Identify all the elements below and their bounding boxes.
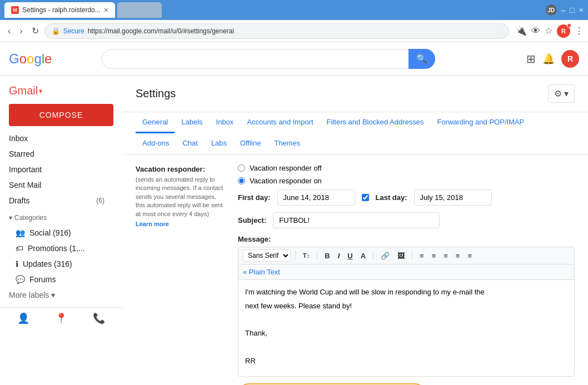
date-row: First day: Last day: [238, 189, 575, 206]
user-avatar-nav[interactable]: R [557, 24, 570, 38]
last-day-checkbox[interactable] [362, 194, 369, 201]
sidebar-item-forums-label: Forums [29, 275, 56, 284]
message-label: Message: [238, 235, 575, 243]
sidebar-item-important[interactable]: Important [0, 162, 113, 177]
settings-title: Settings [136, 87, 176, 100]
last-day-label: Last day: [376, 193, 407, 202]
align-button[interactable]: ≡ [417, 250, 427, 262]
text-size-button[interactable]: T↕ [300, 251, 312, 261]
person-icon[interactable]: 👤 [17, 312, 29, 324]
lock-icon: 🔒 [52, 27, 60, 35]
browser-tab[interactable]: M Settings - ralph.roisterdo... × [4, 2, 115, 18]
font-family-select[interactable]: Sans Serif [243, 249, 291, 262]
tab-offline[interactable]: Offline [233, 133, 267, 154]
vacation-responder-description: (sends an automated reply to incoming me… [136, 176, 225, 218]
title-bar: M Settings - ralph.roisterdo... × JD – □… [0, 0, 588, 20]
title-bar-left: M Settings - ralph.roisterdo... × [4, 2, 162, 18]
sidebar-item-inbox[interactable]: Inbox [0, 131, 113, 146]
tab-general[interactable]: General [136, 112, 175, 133]
link-button[interactable]: 🔗 [378, 250, 392, 262]
sidebar-item-sent[interactable]: Sent Mail [0, 177, 113, 193]
sidebar-item-forums[interactable]: 💬 Forums [0, 272, 122, 287]
sidebar-item-drafts[interactable]: Drafts (6) [0, 193, 113, 208]
vacation-responder-control: Vacation responder off Vacation responde… [238, 164, 575, 385]
tab-placeholder[interactable] [117, 2, 162, 18]
tab-filters-blocked[interactable]: Filters and Blocked Addresses [320, 112, 431, 133]
sidebar-item-social[interactable]: 👥 Social (916) [0, 225, 122, 241]
search-button[interactable]: 🔍 [408, 49, 435, 69]
vacation-on-radio[interactable] [238, 177, 245, 184]
close-button[interactable]: × [579, 6, 584, 14]
maximize-button[interactable]: □ [570, 6, 574, 14]
learn-more-link[interactable]: Learn more [136, 221, 225, 227]
phone-icon[interactable]: 📞 [93, 312, 105, 324]
apps-grid-icon[interactable]: ⊞ [526, 52, 536, 66]
settings-gear-button[interactable]: ⚙ ▾ [548, 84, 575, 103]
notification-dot [567, 23, 571, 28]
unordered-list-button[interactable]: ≡ [441, 250, 451, 262]
vacation-on-option: Vacation responder on [238, 177, 575, 185]
user-avatar[interactable]: R [561, 50, 579, 68]
back-button[interactable]: ‹ [4, 24, 14, 38]
tab-labs[interactable]: Labs [205, 133, 233, 154]
sidebar-item-promotions-label: Promotions (1,... [28, 244, 85, 253]
sidebar-item-updates-label: Updates (316) [23, 259, 72, 268]
tab-inbox[interactable]: Inbox [210, 112, 241, 133]
tab-accounts-import[interactable]: Accounts and Import [240, 112, 320, 133]
plain-text-link[interactable]: « Plain Text [243, 267, 570, 277]
categories-label: Categories [14, 214, 47, 222]
vacation-off-radio[interactable] [238, 164, 245, 172]
minimize-button[interactable]: – [561, 6, 566, 14]
browser-window: M Settings - ralph.roisterdo... × JD – □… [0, 0, 588, 42]
search-input[interactable] [102, 49, 408, 69]
outdent-button[interactable]: ≡ [465, 250, 475, 262]
extensions-icon[interactable]: 🔌 [516, 26, 527, 36]
refresh-button[interactable]: ↻ [28, 23, 42, 38]
location-icon[interactable]: 📍 [55, 312, 67, 324]
underline-button[interactable]: U [345, 250, 355, 262]
tab-chat[interactable]: Chat [176, 133, 204, 154]
message-line-1: I'm watching the World Cup and will be s… [245, 287, 567, 298]
sidebar-item-promotions[interactable]: 🏷 Promotions (1,... [0, 241, 122, 256]
text-color-button[interactable]: A [358, 250, 368, 262]
tab-forwarding-pop[interactable]: Forwarding and POP/IMAP [430, 112, 531, 133]
indent-button[interactable]: ≡ [453, 250, 463, 262]
tab-themes[interactable]: Themes [267, 133, 307, 154]
eye-icon[interactable]: 👁 [531, 26, 540, 36]
compose-button[interactable]: COMPOSE [9, 104, 113, 126]
secure-label: Secure [63, 27, 84, 35]
more-labels[interactable]: More labels ▾ [0, 287, 122, 303]
image-button[interactable]: 🖼 [395, 250, 407, 262]
star-icon[interactable]: ☆ [545, 26, 552, 36]
sidebar-item-starred[interactable]: Starred [0, 146, 113, 162]
tab-close-button[interactable]: × [104, 6, 108, 14]
forward-button[interactable]: › [16, 24, 26, 38]
first-day-input[interactable] [277, 189, 355, 206]
subject-input[interactable] [273, 212, 440, 228]
gmail-dropdown-arrow[interactable]: ▾ [39, 87, 42, 95]
categories-header[interactable]: ▾ Categories [0, 211, 122, 225]
vacation-responder-row: Vacation responder: (sends an automated … [136, 164, 575, 385]
gmail-label-container: Gmail ▾ [0, 80, 122, 99]
notifications-bell-icon[interactable]: 🔔 [542, 53, 555, 65]
tab-addons[interactable]: Add-ons [136, 133, 176, 154]
url-bar[interactable]: 🔒 Secure https://mail.google.com/mail/u/… [44, 23, 509, 39]
sidebar-item-updates[interactable]: ℹ Updates (316) [0, 256, 122, 272]
plain-text-link-container: « Plain Text [238, 264, 575, 280]
last-day-input[interactable] [414, 189, 492, 206]
menu-icon[interactable]: ⋮ [575, 26, 584, 36]
subject-label: Subject: [238, 216, 266, 224]
settings-tabs: General Labels Inbox Accounts and Import… [122, 112, 588, 155]
italic-button[interactable]: I [335, 250, 343, 262]
tab-labels[interactable]: Labels [175, 112, 209, 133]
promotions-icon: 🏷 [16, 244, 23, 253]
url-text: https://mail.google.com/mail/u/0/#settin… [88, 27, 502, 35]
sidebar-item-inbox-label: Inbox [9, 134, 28, 143]
first-day-label: First day: [238, 193, 271, 202]
ordered-list-button[interactable]: ≡ [429, 250, 439, 262]
sidebar-item-drafts-count: (6) [96, 197, 104, 204]
sidebar-item-important-label: Important [9, 165, 42, 174]
tab-title: Settings - ralph.roisterdo... [22, 6, 101, 14]
message-body[interactable]: I'm watching the World Cup and will be s… [238, 280, 575, 377]
bold-button[interactable]: B [322, 250, 332, 262]
